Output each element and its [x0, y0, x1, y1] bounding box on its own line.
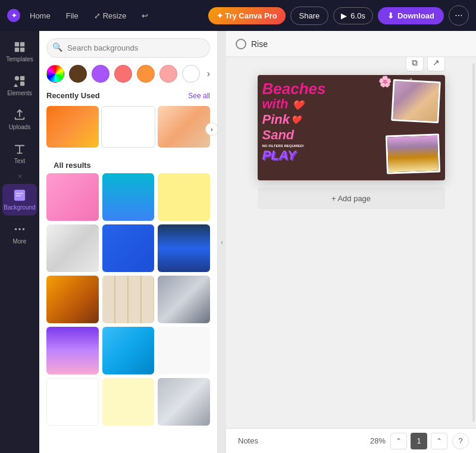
collapse-icon: ‹: [221, 238, 223, 246]
search-container: 🔍: [39, 31, 217, 63]
canvas-area: Rise ⧉ ↗ 🌸 🦋 Beaches with ❤️: [226, 31, 476, 453]
sidebar-item-uploads[interactable]: Uploads: [2, 104, 37, 135]
result-thumb-3[interactable]: [158, 173, 210, 221]
photo-bottom: [385, 133, 440, 174]
canvas-scrollbar[interactable]: [472, 63, 475, 422]
result-thumb-12[interactable]: [158, 327, 210, 374]
result-thumb-4[interactable]: [46, 224, 99, 272]
sidebar-item-templates[interactable]: Templates: [2, 36, 37, 67]
result-thumb-10[interactable]: [46, 327, 99, 374]
panel-collapse-handle[interactable]: ‹: [218, 31, 226, 453]
canvapro-button[interactable]: ✦ Try Canva Pro: [208, 7, 286, 24]
color-swatch-red[interactable]: [114, 65, 132, 83]
canvas-page-wrapper: ⧉ ↗ 🌸 🦋 Beaches with ❤️ Pink ❤️ Sand NO …: [258, 75, 445, 209]
result-thumb-11[interactable]: [102, 327, 155, 374]
sidebar-item-text[interactable]: Text: [2, 138, 37, 169]
main-area: Templates Elements Uploads Text ✕: [0, 31, 476, 453]
heart-icon: ❤️: [291, 115, 301, 124]
svg-rect-6: [20, 82, 24, 86]
photo-top: [391, 79, 441, 123]
notes-button[interactable]: Notes: [233, 434, 263, 448]
page-next-button[interactable]: ⌃: [431, 433, 447, 449]
with-text: with ❤️: [262, 96, 326, 112]
result-thumb-7[interactable]: [46, 276, 99, 323]
download-icon: ⬇: [387, 11, 394, 20]
sidebar-item-more[interactable]: More: [2, 218, 37, 249]
share-canvas-icon[interactable]: ↗: [427, 57, 445, 71]
color-swatches: ›: [39, 63, 217, 88]
canvas-text-block: Beaches with ❤️ Pink ❤️ Sand NO FILTERS …: [262, 81, 326, 163]
svg-point-11: [18, 228, 21, 230]
undo-button[interactable]: ↩: [136, 8, 154, 23]
result-thumb-9[interactable]: [158, 276, 210, 323]
zoom-display: 28%: [370, 436, 386, 445]
color-swatch-pink[interactable]: [159, 65, 177, 83]
play-icon: ▶: [341, 11, 347, 20]
color-picker-swatch[interactable]: [46, 65, 64, 83]
svg-rect-9: [16, 195, 21, 196]
result-thumb-15[interactable]: [158, 378, 210, 426]
result-thumb-13[interactable]: [46, 378, 99, 426]
upload-icon: [13, 108, 26, 121]
result-thumb-2[interactable]: [102, 173, 155, 221]
recently-used-title: Recently Used: [46, 91, 100, 100]
svg-rect-1: [20, 42, 24, 46]
sidebar-item-elements[interactable]: Elements: [2, 70, 37, 101]
page-prev-button[interactable]: ⌃: [390, 433, 407, 449]
svg-point-10: [15, 228, 17, 230]
result-thumb-6[interactable]: [158, 224, 210, 272]
more-options-button[interactable]: ···: [449, 5, 469, 26]
color-swatch-brown[interactable]: [69, 65, 87, 83]
home-button[interactable]: Home: [24, 8, 57, 23]
color-swatch-purple[interactable]: [92, 65, 109, 83]
add-page-button[interactable]: + Add page: [258, 188, 445, 209]
result-thumb-5[interactable]: [102, 224, 155, 272]
download-button[interactable]: ⬇ Download: [378, 7, 444, 24]
help-button[interactable]: ?: [452, 433, 469, 449]
recently-used-header: Recently Used See all: [39, 88, 217, 104]
sidebar-icons: Templates Elements Uploads Text ✕: [0, 31, 39, 453]
text-icon: [13, 142, 26, 155]
recent-thumb-3[interactable]: [158, 106, 210, 148]
topbar: ✦ Home File ⤢ Resize ↩ ✦ Try Canva Pro S…: [0, 0, 476, 31]
svg-rect-0: [15, 42, 19, 46]
canvas-photos: [356, 77, 443, 178]
pink-text: Pink ❤️: [262, 112, 326, 127]
svg-point-12: [23, 228, 25, 230]
result-thumb-14[interactable]: [102, 378, 155, 426]
canvas-title: Rise: [251, 39, 268, 49]
page-navigation: ⌃ 1 ⌃: [390, 433, 447, 449]
result-thumb-1[interactable]: [46, 173, 99, 221]
color-swatch-orange[interactable]: [137, 65, 155, 83]
file-button[interactable]: File: [60, 8, 84, 23]
resize-icon: ⤢: [94, 11, 101, 20]
recent-thumb-2[interactable]: [101, 106, 155, 148]
search-input[interactable]: [46, 38, 210, 58]
design-canvas[interactable]: 🌸 🦋 Beaches with ❤️ Pink ❤️ Sand NO FILT…: [258, 75, 445, 180]
play-text: PLAY: [262, 148, 326, 163]
time-button[interactable]: ▶ 6.0s: [333, 7, 373, 24]
recent-next-button[interactable]: ›: [205, 123, 217, 136]
swatches-next-button[interactable]: ›: [207, 68, 210, 79]
topbar-center: ✦ Try Canva Pro Share ▶ 6.0s ⬇ Download …: [208, 5, 469, 26]
close-background-x[interactable]: ✕: [17, 171, 23, 182]
bottom-bar: Notes 28% ⌃ 1 ⌃ ?: [226, 428, 476, 453]
see-all-button[interactable]: See all: [188, 92, 210, 100]
photo-person: [387, 136, 438, 173]
duplicate-icon[interactable]: ⧉: [406, 57, 424, 71]
topbar-left: ✦ Home File ⤢ Resize ↩: [7, 8, 154, 23]
all-results-title: All results: [54, 161, 91, 170]
sidebar-item-background[interactable]: Background: [2, 184, 37, 215]
sand-text: Sand: [262, 127, 326, 143]
color-swatch-white[interactable]: [182, 65, 200, 83]
canvas-scroll[interactable]: ⧉ ↗ 🌸 🦋 Beaches with ❤️ Pink ❤️ Sand NO …: [226, 57, 476, 428]
share-button[interactable]: Share: [290, 7, 329, 25]
recent-thumb-1[interactable]: [46, 106, 99, 148]
canvas-status-icon: [236, 39, 246, 49]
resize-button[interactable]: ⤢ Resize: [88, 8, 133, 23]
all-results-section: All results: [39, 155, 217, 433]
svg-point-4: [15, 76, 19, 80]
results-grid: [46, 173, 210, 426]
result-thumb-8[interactable]: [102, 276, 155, 323]
canva-logo: ✦: [7, 9, 20, 22]
